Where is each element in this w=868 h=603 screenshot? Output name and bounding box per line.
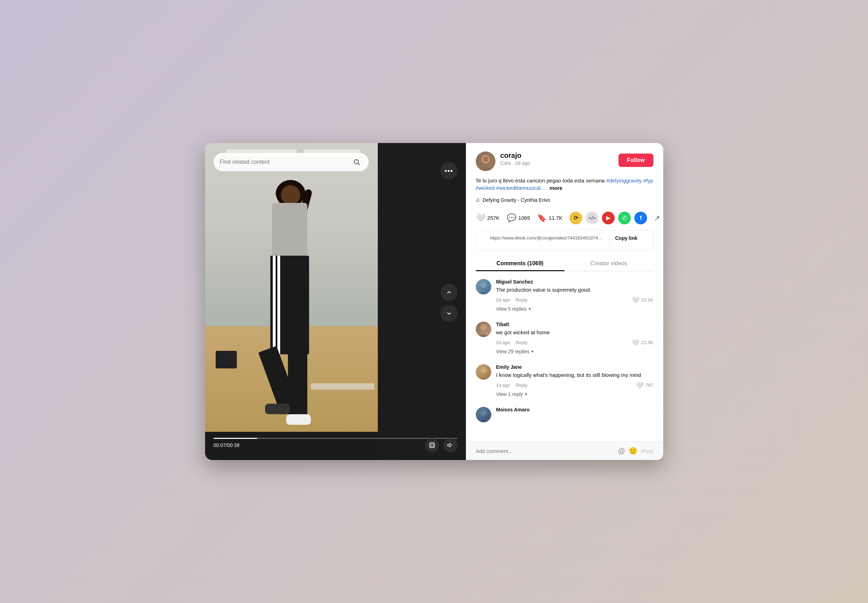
comment-time: 2d ago [496, 297, 510, 303]
search-icon[interactable] [351, 156, 362, 168]
at-icon[interactable]: @ [618, 447, 625, 455]
creator-info: corajo Cora · 2d ago [501, 152, 614, 166]
video-person [251, 185, 329, 432]
copy-link-button[interactable]: Copy link [609, 232, 643, 244]
music-note-icon: ♫ [476, 197, 480, 203]
like-icon[interactable]: 🤍 [631, 339, 639, 346]
comment-body-miguel: Miguel Sanchez The production value is s… [496, 279, 653, 312]
comment-username: Tibalt [496, 322, 653, 327]
comment-text: I know logically what's happening, but i… [496, 371, 653, 379]
svg-point-6 [483, 156, 488, 162]
view-replies-button[interactable]: View 29 replies ▾ [496, 349, 653, 354]
share-red-icon[interactable]: ▶ [602, 212, 615, 224]
music-title[interactable]: Defying Gravity - Cynthia Erivo [483, 197, 550, 203]
share-facebook-icon[interactable]: f [634, 212, 647, 224]
chevron-down-icon: ▾ [532, 349, 533, 354]
likes-count: 767 [646, 382, 653, 388]
comment-text: we got wicked at home [496, 329, 653, 336]
comment-avatar-moises [476, 407, 491, 422]
likes-count: 257K [487, 215, 500, 221]
share-whatsapp-icon[interactable]: ✆ [618, 212, 631, 224]
search-input[interactable] [220, 159, 351, 165]
view-replies-button[interactable]: View 1 reply ▾ [496, 391, 653, 397]
tabs-row: Comments (1069) Creator videos [476, 256, 653, 271]
reply-button[interactable]: Reply [516, 297, 527, 303]
comment-username: Moises Amaro [496, 407, 653, 413]
nav-up-button[interactable] [440, 284, 457, 301]
comment-item: Miguel Sanchez The production value is s… [466, 274, 663, 317]
comment-item: Moises Amaro [466, 402, 663, 424]
svg-rect-3 [431, 444, 434, 447]
tab-creator-videos[interactable]: Creator videos [564, 256, 653, 271]
comment-meta: 2d ago Reply 🤍 23.1K [496, 296, 653, 304]
likes-count: 23.1K [642, 297, 653, 303]
comment-likes: 🤍 23.1K [631, 296, 653, 304]
link-row: https://www.tiktok.com/@corajo/video/744… [476, 230, 653, 250]
view-replies-button[interactable]: View 5 replies ▾ [496, 306, 653, 312]
chevron-down-icon: ▾ [525, 392, 527, 397]
svg-point-10 [480, 410, 487, 416]
comment-text: The production value is supremely good. [496, 286, 653, 294]
comment-time: 2d ago [496, 340, 510, 345]
bookmarks-stat[interactable]: 🔖 11.7K [537, 213, 563, 223]
screenshot-button[interactable] [425, 438, 439, 452]
video-controls-row: 00:07/00:38 [214, 438, 457, 452]
share-embed-icon[interactable]: </> [586, 212, 598, 224]
comment-time: 1d ago [496, 382, 510, 388]
comments-stat[interactable]: 💬 1069 [507, 213, 530, 223]
comments-section: Miguel Sanchez The production value is s… [466, 271, 663, 442]
link-url: https://www.tiktok.com/@corajo/video/744… [486, 232, 609, 244]
creator-avatar [476, 152, 496, 171]
svg-point-0 [354, 159, 358, 164]
svg-point-8 [480, 325, 487, 331]
creator-header: corajo Cora · 2d ago Follow [466, 143, 663, 177]
svg-point-7 [480, 282, 487, 288]
volume-button[interactable] [443, 438, 457, 452]
music-row: ♫ Defying Gravity - Cynthia Erivo [466, 195, 663, 209]
video-background [205, 143, 466, 460]
follow-button[interactable]: Follow [618, 153, 653, 167]
reply-button[interactable]: Reply [516, 340, 527, 345]
likes-stat[interactable]: 🤍 257K [476, 213, 500, 223]
search-bar [214, 153, 369, 171]
comment-username: Miguel Sanchez [496, 279, 653, 284]
tab-comments[interactable]: Comments (1069) [476, 256, 564, 271]
time-display: 00:07/00:38 [214, 442, 240, 448]
post-comment-button[interactable]: Post [642, 448, 653, 454]
comment-avatar-emily [476, 364, 491, 380]
emoji-icon[interactable]: 🙂 [629, 447, 637, 455]
comment-body-moises: Moises Amaro [496, 407, 653, 422]
comment-stat-icon: 💬 [507, 213, 516, 223]
app-container: ••• [205, 143, 663, 460]
reply-button[interactable]: Reply [516, 382, 527, 388]
likes-count: 21.3K [642, 340, 653, 345]
svg-line-1 [358, 164, 360, 165]
comment-item: Tibalt we got wicked at home 2d ago Repl… [466, 317, 663, 359]
like-icon[interactable]: 🤍 [636, 382, 643, 389]
caption-more-button[interactable]: more [549, 185, 563, 191]
caption-area: Te lo juro q llevo esta cancion pegao to… [466, 177, 663, 195]
comment-actions: @ 🙂 [618, 447, 637, 455]
creator-subtitle: Cora · 2d ago [501, 160, 614, 166]
comment-meta: 2d ago Reply 🤍 21.3K [496, 339, 653, 346]
bookmarks-count: 11.7K [549, 215, 563, 221]
stats-row: 🤍 257K 💬 1069 🔖 11.7K ⟳ </> ▶ ✆ f ↗ [466, 209, 663, 230]
share-arrow-icon[interactable]: ↗ [651, 212, 663, 224]
nav-down-button[interactable] [440, 305, 457, 322]
heart-stat-icon: 🤍 [476, 213, 485, 223]
control-buttons [425, 438, 457, 452]
comment-item: Emily Jane I know logically what's happe… [466, 359, 663, 402]
share-tiktok-icon[interactable]: ⟳ [569, 212, 582, 224]
more-options-button[interactable]: ••• [440, 162, 457, 179]
comment-likes: 🤍 21.3K [631, 339, 653, 346]
comments-count: 1069 [518, 215, 530, 221]
comment-input-row: @ 🙂 Post [466, 441, 663, 460]
chevron-down-icon: ▾ [529, 306, 531, 311]
comment-input[interactable] [476, 448, 614, 454]
video-panel: ••• [205, 143, 466, 460]
caption-text: Te lo juro q llevo esta cancion pegao to… [476, 178, 605, 184]
like-icon[interactable]: 🤍 [631, 296, 639, 304]
bookmark-stat-icon: 🔖 [537, 213, 547, 223]
comment-avatar-tibalt [476, 322, 491, 337]
comment-body-emily: Emily Jane I know logically what's happe… [496, 364, 653, 397]
